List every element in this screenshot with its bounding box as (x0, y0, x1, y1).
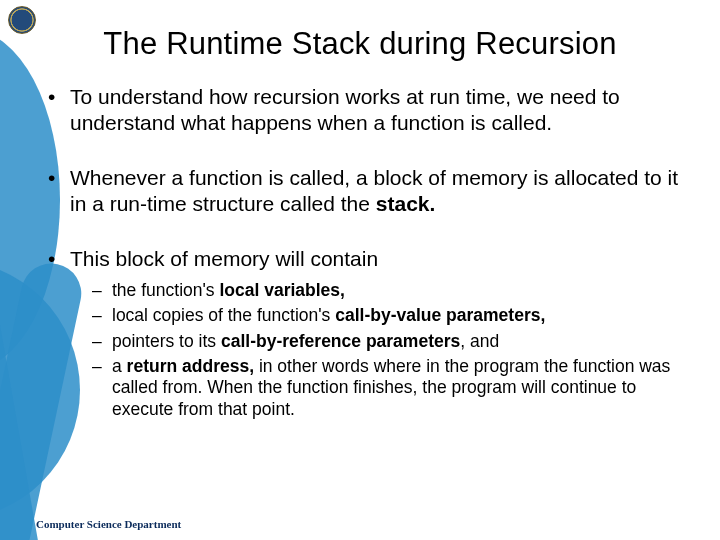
sub-bullet-list: the function's local variables, local co… (70, 280, 684, 420)
bullet-item: Whenever a function is called, a block o… (44, 165, 684, 216)
sub-bullet-item: a return address, in other words where i… (90, 356, 684, 420)
bold-text: stack. (376, 192, 436, 215)
sub-bullet-text: the function's (112, 280, 219, 300)
sub-bullet-text: pointers to its (112, 331, 221, 351)
sub-bullet-text: , and (460, 331, 499, 351)
sub-bullet-item: pointers to its call-by-reference parame… (90, 331, 684, 352)
bold-text: call-by-value parameters, (335, 305, 545, 325)
sub-bullet-item: the function's local variables, (90, 280, 684, 301)
sub-bullet-text: a (112, 356, 127, 376)
bullet-item: This block of memory will contain the fu… (44, 246, 684, 420)
bullet-text: This block of memory will contain (70, 247, 378, 270)
sub-bullet-text: local copies of the function's (112, 305, 335, 325)
bold-text: local variables, (219, 280, 345, 300)
footer-text: Computer Science Department (36, 518, 181, 530)
bullet-list: To understand how recursion works at run… (36, 84, 684, 420)
logo-icon (8, 6, 36, 34)
bullet-text: To understand how recursion works at run… (70, 85, 620, 134)
sub-bullet-item: local copies of the function's call-by-v… (90, 305, 684, 326)
bullet-item: To understand how recursion works at run… (44, 84, 684, 135)
bold-text: return address, (127, 356, 254, 376)
slide-body: The Runtime Stack during Recursion To un… (0, 0, 720, 540)
bullet-text: Whenever a function is called, a block o… (70, 166, 678, 215)
bold-text: call-by-reference parameters (221, 331, 460, 351)
slide-title: The Runtime Stack during Recursion (36, 26, 684, 62)
